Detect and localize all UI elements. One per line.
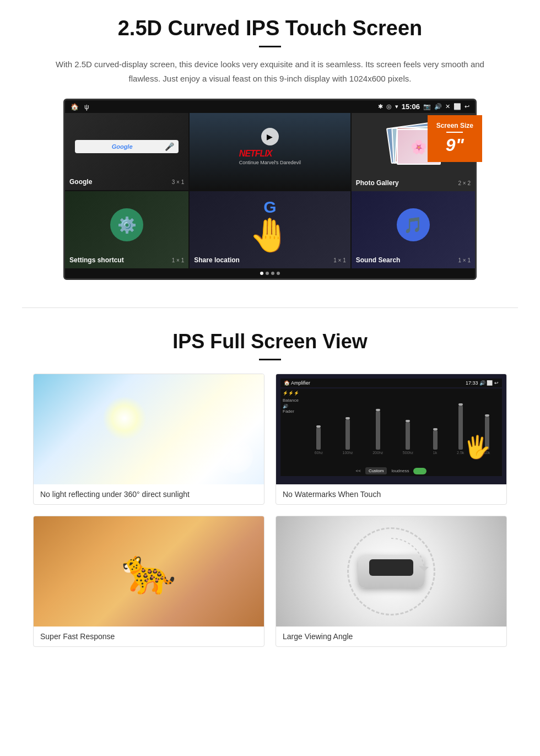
title-underline bbox=[259, 46, 281, 47]
amp-home: 🏠 Amplifier bbox=[284, 380, 310, 386]
amp-body: ⚡⚡⚡ Balance 🔊 Fader 60hz 100hz bbox=[280, 388, 502, 466]
amplifier-image: 🏠 Amplifier 17:33 🔊 ⬜ ↩ ⚡⚡⚡ Balance 🔊 Fa… bbox=[276, 374, 506, 484]
custom-btn[interactable]: Custom bbox=[365, 467, 387, 474]
feature-card-amplifier: 🏠 Amplifier 17:33 🔊 ⬜ ↩ ⚡⚡⚡ Balance 🔊 Fa… bbox=[276, 374, 507, 505]
back-icon[interactable]: ↩ bbox=[465, 103, 469, 110]
amp-left: ⚡⚡⚡ Balance 🔊 Fader bbox=[280, 388, 303, 466]
time-display: 15:06 bbox=[402, 102, 420, 111]
app-cell-google[interactable]: Google 🎤 Google 3 × 1 bbox=[65, 113, 188, 190]
status-bar-left: 🏠 ψ bbox=[71, 103, 89, 111]
share-label-row: Share location 1 × 1 bbox=[194, 254, 346, 264]
app-cell-share[interactable]: G 🤚 Share location 1 × 1 bbox=[190, 191, 350, 268]
close-icon: ✕ bbox=[445, 103, 450, 110]
dot-3 bbox=[271, 272, 274, 275]
netflix-subtitle: Continue Marvel's Daredevil bbox=[239, 160, 301, 165]
feature-card-car: Large Viewing Angle bbox=[276, 516, 507, 647]
settings-app-name: Settings shortcut bbox=[69, 256, 124, 264]
settings-label-row: Settings shortcut 1 × 1 bbox=[69, 254, 184, 264]
google-label-row: Google 3 × 1 bbox=[69, 176, 184, 186]
google-search-box[interactable]: Google 🎤 bbox=[75, 140, 178, 153]
eq-bars: 60hz 100hz 200hz 500hz bbox=[303, 388, 502, 466]
sound-label-row: Sound Search 1 × 1 bbox=[356, 254, 471, 264]
sunlight-image bbox=[34, 374, 264, 484]
google-content: Google 🎤 bbox=[69, 117, 184, 176]
bar-25k bbox=[458, 406, 463, 450]
screen-container: 🏠 ψ ✱ ◎ ▾ 15:06 📷 🔊 ✕ ⬜ ↩ bbox=[63, 99, 477, 280]
loudness-label: loudness bbox=[391, 468, 409, 473]
gallery-app-name: Photo Gallery bbox=[356, 179, 399, 187]
settings-content: ⚙️ bbox=[69, 196, 184, 254]
badge-size: 9" bbox=[436, 135, 473, 155]
bar-100 bbox=[345, 419, 350, 450]
section2-title: IPS Full Screen View bbox=[33, 330, 507, 353]
wifi-icon: ▾ bbox=[395, 103, 398, 110]
label-1k: 1k bbox=[433, 451, 437, 455]
label-100: 100hz bbox=[343, 451, 353, 455]
subtitle-text: With 2.5D curved-display screen, this de… bbox=[44, 57, 496, 85]
share-content: G 🤚 bbox=[194, 196, 346, 254]
main-title: 2.5D Curved IPS Touch Screen bbox=[33, 17, 507, 40]
flower-emoji: 🌸 bbox=[411, 139, 427, 155]
settings-icon: ⚙️ bbox=[110, 208, 143, 241]
android-screen: 🏠 ψ ✱ ◎ ▾ 15:06 📷 🔊 ✕ ⬜ ↩ bbox=[63, 99, 477, 280]
page-dots bbox=[65, 268, 475, 278]
app-cell-sound[interactable]: 🎵 Sound Search 1 × 1 bbox=[352, 191, 475, 268]
music-icon-circle: 🎵 bbox=[397, 208, 430, 241]
bar-500 bbox=[406, 422, 410, 450]
loudness-toggle[interactable] bbox=[413, 468, 426, 474]
status-bar-right: ✱ ◎ ▾ 15:06 📷 🔊 ✕ ⬜ ↩ bbox=[378, 102, 469, 111]
amp-header: 🏠 Amplifier 17:33 🔊 ⬜ ↩ bbox=[280, 379, 502, 387]
rotation-svg bbox=[347, 527, 435, 615]
share-app-name: Share location bbox=[194, 256, 240, 264]
dot-1 bbox=[260, 272, 263, 275]
bar-60 bbox=[316, 428, 321, 450]
camera-icon: 📷 bbox=[423, 103, 431, 110]
status-bar: 🏠 ψ ✱ ◎ ▾ 15:06 📷 🔊 ✕ ⬜ ↩ bbox=[65, 100, 475, 113]
gallery-label-row: Photo Gallery 2 × 2 bbox=[356, 177, 471, 187]
app-grid-row2: ⚙️ Settings shortcut 1 × 1 G 🤚 Share loc… bbox=[65, 191, 475, 268]
app-grid-row1: Google 🎤 Google 3 × 1 ▶ NE bbox=[65, 113, 475, 191]
home-icon[interactable]: 🏠 bbox=[71, 103, 79, 111]
badge-divider bbox=[446, 132, 463, 133]
gallery-app-size: 2 × 2 bbox=[458, 180, 471, 186]
netflix-content: ▶ NETFLIX Continue Marvel's Daredevil bbox=[194, 117, 346, 176]
sound-app-size: 1 × 1 bbox=[458, 257, 471, 263]
badge-title: Screen Size bbox=[436, 122, 473, 129]
section-curved-screen: 2.5D Curved IPS Touch Screen With 2.5D c… bbox=[0, 0, 540, 291]
sound-app-name: Sound Search bbox=[356, 256, 401, 264]
eq-bar-100: 100hz bbox=[343, 419, 353, 455]
cheetah-caption: Super Fast Response bbox=[34, 627, 264, 646]
svg-marker-0 bbox=[419, 566, 429, 571]
section2-underline bbox=[259, 359, 281, 360]
app-cell-netflix[interactable]: ▶ NETFLIX Continue Marvel's Daredevil Ne… bbox=[190, 113, 350, 190]
sound-content: 🎵 bbox=[356, 196, 471, 254]
feature-card-cheetah: 🐆 Super Fast Response bbox=[33, 516, 264, 647]
settings-app-size: 1 × 1 bbox=[172, 257, 185, 263]
amp-time: 17:33 🔊 ⬜ ↩ bbox=[466, 380, 499, 386]
fader-label: 🔊 Fader bbox=[283, 404, 300, 414]
amp-footer: << Custom loudness bbox=[280, 466, 502, 476]
amplifier-caption: No Watermarks When Touch bbox=[276, 484, 506, 504]
balance-label: Balance bbox=[283, 398, 300, 403]
netflix-logo: NETFLIX bbox=[239, 149, 272, 159]
mic-icon[interactable]: 🎤 bbox=[165, 142, 174, 151]
dot-2 bbox=[266, 272, 269, 275]
eq-bar-200: 200hz bbox=[372, 411, 383, 455]
section-divider bbox=[22, 307, 518, 308]
signal-icon: ψ bbox=[84, 103, 89, 111]
car-caption: Large Viewing Angle bbox=[276, 627, 506, 646]
window-icon: ⬜ bbox=[453, 103, 461, 110]
google-logo: Google bbox=[79, 143, 164, 150]
eq-bar-500: 500hz bbox=[403, 422, 413, 455]
label-60: 60hz bbox=[315, 451, 323, 455]
g-logo: G bbox=[263, 198, 276, 217]
play-button[interactable]: ▶ bbox=[261, 128, 279, 145]
share-app-size: 1 × 1 bbox=[333, 257, 346, 263]
app-cell-settings[interactable]: ⚙️ Settings shortcut 1 × 1 bbox=[65, 191, 188, 268]
eq-bar-60: 60hz bbox=[315, 428, 323, 455]
label-500: 500hz bbox=[403, 451, 413, 455]
dot-4 bbox=[277, 272, 280, 275]
features-grid: No light reflecting under 360° direct su… bbox=[33, 374, 507, 647]
label-200: 200hz bbox=[372, 451, 383, 455]
bluetooth-icon: ✱ bbox=[378, 103, 383, 110]
